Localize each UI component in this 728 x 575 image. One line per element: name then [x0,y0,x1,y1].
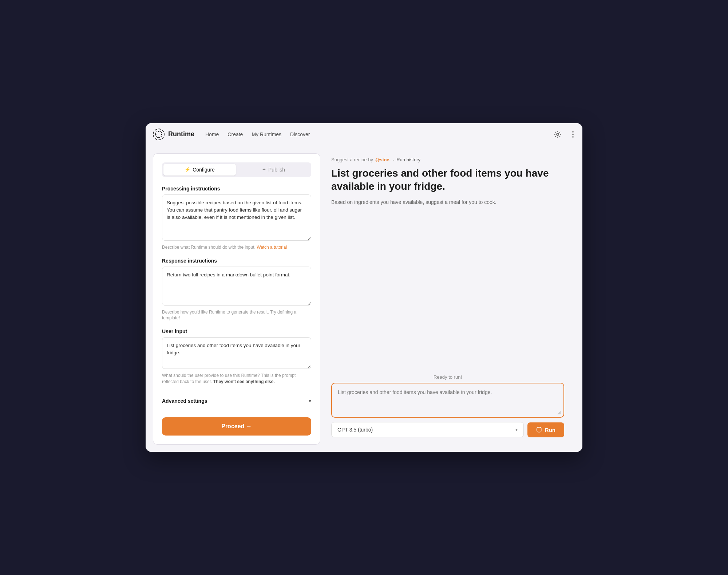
response-instructions-input[interactable]: Return two full recipes in a markdown bu… [162,267,311,306]
response-instructions-hint: Describe how you'd like Runtime to gener… [162,309,311,322]
svg-point-4 [155,134,157,135]
run-meta: Suggest a recipe by @sine. Run history [331,157,564,162]
dot3 [572,136,574,138]
configure-icon: ⚡ [185,167,190,172]
main-nav: Home Create My Runtimes Discover [205,131,310,137]
tab-configure[interactable]: ⚡ Configure [163,164,236,176]
proceed-btn-label: Proceed → [221,423,252,430]
meta-prefix: Suggest a recipe by [331,157,373,162]
svg-point-2 [161,134,162,135]
user-input-textarea[interactable]: List groceries and other food items you … [162,337,311,369]
processing-instructions-section: Processing instructions Suggest possible… [162,186,311,251]
titlebar: Runtime Home Create My Runtimes Discover [146,123,582,146]
svg-point-0 [155,131,162,138]
logo-area: Runtime [153,129,194,140]
model-select-label: GPT-3.5 (turbo) [337,427,373,433]
user-input-section: User input List groceries and other food… [162,328,311,385]
right-panel: Suggest a recipe by @sine. Run history L… [320,153,575,445]
preview-title: List groceries and other food items you … [331,167,564,193]
app-name: Runtime [168,130,194,138]
proceed-button[interactable]: Proceed → [162,417,311,436]
user-input-hint-bold: They won't see anything else. [213,379,275,384]
response-instructions-label: Response instructions [162,258,311,264]
logo-icon [153,129,165,140]
preview-description: Based on ingredients you have available,… [331,198,564,206]
response-instructions-section: Response instructions Return two full re… [162,258,311,322]
nav-discover[interactable]: Discover [290,131,310,137]
gear-icon [554,131,561,138]
run-button[interactable]: Run [527,422,564,437]
advanced-settings-toggle[interactable]: Advanced settings ▾ [162,392,311,410]
svg-point-1 [158,131,159,132]
model-select-chevron-icon: ▾ [515,427,518,432]
svg-point-3 [158,137,159,138]
tab-publish[interactable]: ✦ Publish [237,164,310,176]
dot1 [572,131,574,133]
publish-tab-label: Publish [268,167,285,173]
ready-label: Ready to run! [331,374,564,380]
run-input[interactable] [338,389,558,410]
main-content: ⚡ Configure ✦ Publish Processing instruc… [146,146,582,452]
dot-separator [393,157,394,162]
processing-instructions-label: Processing instructions [162,186,311,192]
user-input-label: User input [162,328,311,334]
run-controls: GPT-3.5 (turbo) ▾ Run [331,422,564,437]
dot2 [572,134,574,135]
advanced-settings-label: Advanced settings [162,398,207,404]
app-window: Runtime Home Create My Runtimes Discover [146,123,582,452]
settings-button[interactable] [552,129,563,140]
run-input-wrapper: ◢ [331,383,564,418]
processing-instructions-hint: Describe what Runtime should do with the… [162,244,311,251]
configure-tab-label: Configure [193,167,215,173]
model-selector[interactable]: GPT-3.5 (turbo) ▾ [331,422,524,437]
meta-username: @sine. [375,157,391,162]
nav-create[interactable]: Create [228,131,243,137]
run-btn-label: Run [545,427,555,433]
user-input-hint: What should the user provide to use this… [162,373,311,385]
tab-bar: ⚡ Configure ✦ Publish [162,162,311,177]
nav-home[interactable]: Home [205,131,219,137]
svg-point-5 [557,133,559,135]
run-spinner-icon [536,427,542,433]
chevron-down-icon: ▾ [309,398,311,404]
resize-handle-icon: ◢ [557,410,561,415]
run-area: Ready to run! ◢ GPT-3.5 (turbo) ▾ Run [331,374,564,437]
nav-my-runtimes[interactable]: My Runtimes [252,131,281,137]
watch-tutorial-link[interactable]: Watch a tutorial [257,245,287,250]
overflow-menu[interactable] [571,128,575,141]
run-history-link[interactable]: Run history [396,157,420,162]
processing-hint-text: Describe what Runtime should do with the… [162,245,256,250]
svg-point-6 [393,160,394,161]
publish-icon: ✦ [262,167,266,172]
left-panel: ⚡ Configure ✦ Publish Processing instruc… [153,153,320,445]
processing-instructions-input[interactable]: Suggest possible recipes based on the gi… [162,194,311,241]
